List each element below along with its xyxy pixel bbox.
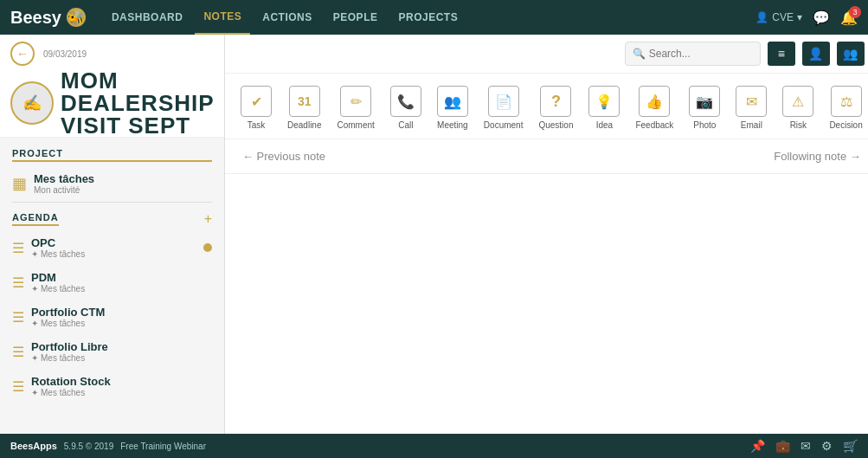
agenda-list-icon-4: ☰: [12, 378, 24, 395]
note-type-idea[interactable]: 💡 Idea: [582, 81, 627, 135]
search-box[interactable]: 🔍: [625, 42, 761, 66]
user-menu-button[interactable]: 👤 CVE ▾: [755, 11, 802, 23]
agenda-item-portfolio-libre[interactable]: ☰ Portfolio Libre ✦ Mes tâches: [0, 334, 224, 369]
project-section: PROJECT ▦ Mes tâches Mon activité: [0, 138, 224, 202]
nav-projects[interactable]: PROJECTS: [389, 0, 466, 35]
project-name: Mes tâches: [34, 172, 94, 185]
user-filter-button[interactable]: 👤: [802, 42, 830, 66]
idea-label: Idea: [596, 120, 613, 130]
agenda-item-content-2: Portfolio CTM ✦ Mes tâches: [31, 306, 212, 328]
note-title-area: ✍ MOM DEALERSHIP VISIT SEPT: [10, 69, 214, 137]
note-type-risk[interactable]: ⚠ Risk: [775, 81, 820, 135]
bottom-bar: BeesApps 5.9.5 © 2019 Free Training Webi…: [0, 434, 868, 458]
project-info: Mes tâches Mon activité: [34, 172, 94, 195]
note-toolbar-row: 🔍 ≡ 👤 👥: [225, 35, 868, 74]
main-content: 🔍 ≡ 👤 👥 ✔ Task 31 Deadline ✏ Comment: [225, 35, 868, 434]
agenda-list-icon-0: ☰: [12, 240, 24, 256]
note-type-meeting[interactable]: 👥 Meeting: [430, 81, 475, 135]
nav-people[interactable]: PEOPLE: [325, 0, 387, 35]
user-avatar-icon: 👤: [755, 11, 768, 23]
search-input[interactable]: [649, 48, 753, 60]
feedback-label: Feedback: [635, 120, 673, 130]
pin-icon[interactable]: 📌: [750, 439, 765, 453]
main-layout: ← 09/03/2019 ✍ MOM DEALERSHIP VISIT SEPT…: [0, 35, 868, 434]
prev-note-link[interactable]: ← Previous note: [242, 150, 325, 163]
note-type-email[interactable]: ✉ Email: [729, 81, 774, 135]
note-type-document[interactable]: 📄 Document: [477, 81, 530, 135]
note-type-call[interactable]: 📞 Call: [383, 81, 428, 135]
nav-notes[interactable]: NOTES: [195, 0, 250, 35]
agenda-add-button[interactable]: +: [204, 211, 212, 227]
agenda-item-rotation-stock[interactable]: ☰ Rotation Stock ✦ Mes tâches: [0, 369, 224, 403]
cart-footer-icon[interactable]: 🛒: [843, 439, 858, 453]
filter-button[interactable]: ≡: [768, 42, 795, 66]
project-section-title: PROJECT: [12, 148, 212, 162]
project-item[interactable]: ▦ Mes tâches Mon activité: [12, 169, 212, 198]
notification-badge: 3: [849, 6, 861, 18]
decision-label: Decision: [829, 120, 862, 130]
agenda-item-sub-1: ✦ Mes tâches: [31, 284, 212, 294]
note-type-question[interactable]: ? Question: [531, 81, 580, 135]
risk-label: Risk: [790, 120, 807, 130]
note-type-comment[interactable]: ✏ Comment: [330, 81, 381, 135]
toolbar-right: 🔍 ≡ 👤 👥: [625, 42, 865, 66]
next-note-link[interactable]: Following note →: [774, 150, 860, 163]
note-type-deadline[interactable]: 31 Deadline: [280, 81, 328, 135]
note-avatar: ✍: [10, 81, 54, 125]
back-button[interactable]: ←: [10, 42, 35, 66]
agenda-item-sub-4: ✦ Mes tâches: [31, 388, 212, 397]
settings-footer-icon[interactable]: ⚙: [821, 439, 833, 453]
nav-actions[interactable]: ACTIONS: [254, 0, 321, 35]
meeting-label: Meeting: [437, 120, 468, 130]
note-types-bar: ✔ Task 31 Deadline ✏ Comment 📞 Call 👥 Me…: [225, 74, 868, 139]
user-label: CVE: [772, 11, 794, 23]
agenda-person-icon-2: ✦: [31, 319, 38, 328]
deadline-icon: 31: [289, 86, 320, 117]
email-icon: ✉: [736, 86, 767, 117]
note-type-task[interactable]: ✔ Task: [234, 81, 279, 135]
chevron-down-icon: ▾: [797, 11, 802, 23]
agenda-person-icon-1: ✦: [31, 284, 38, 294]
agenda-item-opc[interactable]: ☰ OPC ✦ Mes tâches: [0, 230, 224, 265]
photo-label: Photo: [693, 120, 716, 130]
notifications-icon[interactable]: 🔔 3: [840, 10, 858, 26]
note-type-decision[interactable]: ⚖ Decision: [822, 81, 868, 135]
question-icon: ?: [540, 86, 571, 117]
agenda-item-content-3: Portfolio Libre ✦ Mes tâches: [31, 340, 212, 363]
document-label: Document: [484, 120, 524, 130]
agenda-person-icon-3: ✦: [31, 353, 38, 363]
logo-icon: 🐝: [67, 8, 86, 27]
chat-icon[interactable]: 💬: [813, 10, 830, 26]
agenda-item-content-1: PDM ✦ Mes tâches: [31, 271, 212, 294]
project-sub: Mon activité: [34, 185, 94, 195]
bottom-left: BeesApps 5.9.5 © 2019 Free Training Webi…: [10, 441, 206, 451]
call-label: Call: [398, 120, 413, 130]
agenda-active-dot-0: [203, 243, 212, 252]
agenda-item-portfolio-ctm[interactable]: ☰ Portfolio CTM ✦ Mes tâches: [0, 300, 224, 334]
note-header-top: ← 09/03/2019: [10, 42, 214, 66]
deadline-label: Deadline: [287, 120, 321, 130]
comment-label: Comment: [337, 120, 374, 130]
agenda-person-icon-0: ✦: [31, 249, 38, 259]
agenda-item-content-0: OPC ✦ Mes tâches: [31, 236, 203, 259]
note-title: MOM DEALERSHIP VISIT SEPT: [61, 69, 214, 137]
nav-dashboard[interactable]: DASHBOARD: [103, 0, 192, 35]
sidebar: ← 09/03/2019 ✍ MOM DEALERSHIP VISIT SEPT…: [0, 35, 225, 434]
email-label: Email: [741, 120, 762, 130]
footer-training: Free Training Webinar: [120, 442, 206, 451]
agenda-item-pdm[interactable]: ☰ PDM ✦ Mes tâches: [0, 265, 224, 300]
note-type-feedback[interactable]: 👍 Feedback: [628, 81, 680, 135]
task-label: Task: [248, 120, 266, 130]
logo-text: Beesy: [10, 8, 61, 28]
app-logo[interactable]: Beesy 🐝: [10, 8, 86, 28]
note-date-wrapper: 09/03/2019: [43, 49, 87, 59]
group-button[interactable]: 👥: [837, 42, 865, 66]
agenda-header: AGENDA +: [0, 203, 224, 230]
agenda-item-name-1: PDM: [31, 271, 212, 284]
risk-icon: ⚠: [782, 86, 813, 117]
note-type-photo[interactable]: 📷 Photo: [682, 81, 727, 135]
briefcase-icon[interactable]: 💼: [775, 439, 790, 453]
email-footer-icon[interactable]: ✉: [800, 439, 811, 453]
footer-version: 5.9.5 © 2019: [64, 442, 113, 451]
agenda-item-name-3: Portfolio Libre: [31, 340, 212, 353]
